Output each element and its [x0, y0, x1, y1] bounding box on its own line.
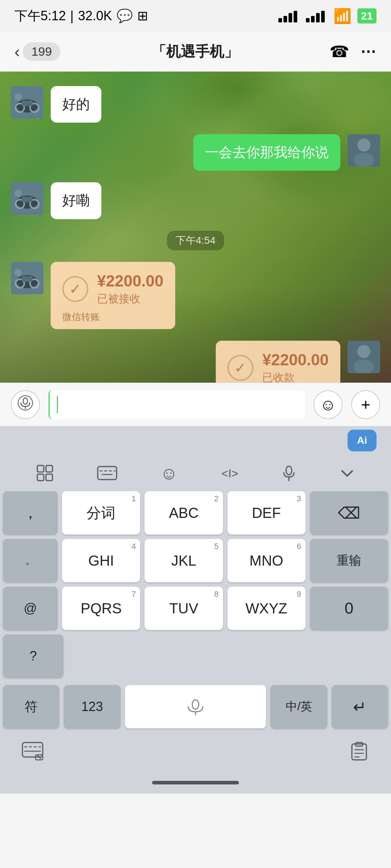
signal-icon	[278, 9, 300, 22]
kb-clipboard-icon[interactable]	[349, 741, 369, 763]
kb-question-key[interactable]: ?	[3, 634, 63, 678]
kb-def-key[interactable]: 3 DEF	[227, 491, 306, 535]
svg-point-48	[192, 700, 199, 709]
transfer-check-icon: ✓	[62, 276, 88, 302]
kb-type-cursor[interactable]: <I>	[221, 466, 239, 480]
avatar	[11, 182, 43, 215]
message-text: 好嘞	[62, 193, 90, 208]
phone-icon[interactable]: ☎	[329, 42, 349, 61]
transfer-main: ✓ ¥2200.00 已收款	[227, 351, 329, 383]
kb-period-key[interactable]: 。	[3, 539, 58, 582]
back-chevron-icon: ‹	[14, 43, 20, 61]
svg-rect-3	[294, 11, 297, 22]
svg-rect-21	[22, 197, 33, 202]
input-bar: ☺ +	[0, 383, 391, 426]
message-text: 一会去你那我给你说	[205, 145, 329, 160]
transfer-label: 微信转账	[62, 311, 164, 323]
avatar-self	[348, 134, 380, 167]
message-icon: 💬	[117, 8, 133, 24]
svg-rect-37	[37, 474, 44, 481]
transfer-amount: ¥2200.00	[262, 351, 329, 369]
kb-cnen-key[interactable]: 中/英	[270, 685, 327, 728]
status-bar: 下午5:12 | 32.0K 💬 ⊞ 📶 21	[0, 0, 391, 32]
svg-point-13	[14, 93, 22, 101]
kb-row-4: ?	[3, 634, 388, 678]
svg-rect-5	[311, 16, 315, 22]
kb-abc-key[interactable]: 2 ABC	[144, 491, 223, 535]
kb-fenCI-key[interactable]: 1 分词	[62, 491, 140, 535]
kb-ghi-key[interactable]: 4 GHI	[62, 539, 140, 582]
message-row: 好的	[11, 86, 380, 123]
kb-type-keyboard[interactable]	[97, 466, 117, 480]
message-input[interactable]	[49, 390, 305, 419]
keyboard-main: ， 1 分词 2 ABC 3 DEF ⌫ 。 4 GHI 5 JKL 6 MNO…	[0, 491, 391, 685]
add-button[interactable]: +	[351, 390, 380, 419]
svg-point-33	[23, 398, 28, 404]
message-row: ✓ ¥2200.00 已被接收 微信转账	[11, 262, 380, 329]
svg-point-28	[14, 269, 22, 276]
transfer-status: 已被接收	[97, 292, 164, 306]
kb-type-emoji[interactable]: ☺	[160, 463, 178, 483]
kb-keyboard-switch-icon[interactable]	[22, 742, 43, 762]
kb-key-label: TUV	[169, 600, 198, 617]
svg-point-15	[357, 139, 370, 152]
kb-reset-key[interactable]: 重输	[310, 539, 388, 582]
svg-rect-38	[46, 474, 52, 481]
transfer-card-sent[interactable]: ✓ ¥2200.00 已收款 微信转账	[216, 341, 340, 383]
kb-tuv-key[interactable]: 8 TUV	[144, 587, 223, 630]
message-row: 一会去你那我给你说	[11, 134, 380, 171]
kb-at-key[interactable]: @	[3, 587, 58, 630]
kb-key-label: DEF	[252, 505, 281, 521]
svg-rect-1	[283, 16, 287, 22]
svg-point-22	[14, 190, 22, 197]
kb-num-hint: 9	[297, 590, 301, 599]
kb-zero-key[interactable]: 0	[310, 587, 388, 630]
ai-badge[interactable]: Ai	[348, 430, 377, 451]
chat-title: 「机遇手机」	[152, 42, 239, 61]
emoji-button[interactable]: ☺	[314, 390, 342, 419]
mic-space-icon	[185, 698, 206, 715]
avatar-self	[348, 341, 380, 373]
keyboard-type-row: ☺ <I>	[0, 455, 391, 491]
kb-row-3: @ 7 PQRS 8 TUV 9 WXYZ 0	[3, 587, 388, 630]
kb-collapse-icon[interactable]	[339, 465, 355, 481]
kb-num-hint: 4	[131, 542, 136, 551]
svg-rect-0	[278, 18, 282, 22]
message-bubble-self: 一会去你那我给你说	[193, 134, 340, 171]
battery-indicator: 21	[357, 8, 377, 24]
kb-symbol-key[interactable]: 符	[3, 685, 59, 728]
kb-num-hint: 5	[214, 542, 218, 551]
kb-return-key[interactable]: ↵	[332, 685, 388, 728]
kb-num-hint: 7	[131, 590, 136, 599]
transfer-info: ¥2200.00 已收款	[262, 351, 329, 383]
kb-mno-key[interactable]: 6 MNO	[227, 539, 306, 582]
kb-row-2: 。 4 GHI 5 JKL 6 MNO 重输	[3, 539, 388, 582]
kb-comma-key[interactable]: ，	[3, 491, 58, 535]
kb-type-grid[interactable]	[36, 464, 54, 482]
message-row: 好嘞	[11, 182, 380, 219]
svg-rect-27	[22, 276, 33, 282]
home-bar	[152, 781, 239, 784]
kb-123-key[interactable]: 123	[64, 685, 120, 728]
message-text: 好的	[62, 97, 90, 112]
kb-delete-key[interactable]: ⌫	[310, 491, 388, 535]
more-icon[interactable]: ···	[361, 43, 377, 61]
transfer-main: ✓ ¥2200.00 已被接收	[62, 272, 164, 306]
message-bubble: 好的	[51, 86, 101, 123]
status-left: 下午5:12 | 32.0K 💬 ⊞	[14, 7, 148, 25]
voice-button[interactable]	[11, 390, 40, 419]
signal-icon2	[306, 9, 328, 22]
svg-rect-2	[289, 13, 292, 22]
kb-wxyz-key[interactable]: 9 WXYZ	[227, 587, 306, 630]
back-button[interactable]: ‹ 199	[14, 42, 60, 61]
kb-key-label: MNO	[249, 553, 283, 569]
transfer-card-received[interactable]: ✓ ¥2200.00 已被接收 微信转账	[51, 262, 175, 329]
kb-pqrs-key[interactable]: 7 PQRS	[62, 587, 140, 630]
svg-rect-6	[316, 13, 320, 22]
emoji-type-icon: ☺	[160, 463, 178, 483]
svg-text:<I>: <I>	[222, 467, 238, 480]
status-time: 下午5:12	[14, 7, 66, 25]
kb-type-voice[interactable]	[282, 464, 296, 482]
kb-jkl-key[interactable]: 5 JKL	[144, 539, 223, 582]
kb-space-key[interactable]	[125, 685, 266, 728]
